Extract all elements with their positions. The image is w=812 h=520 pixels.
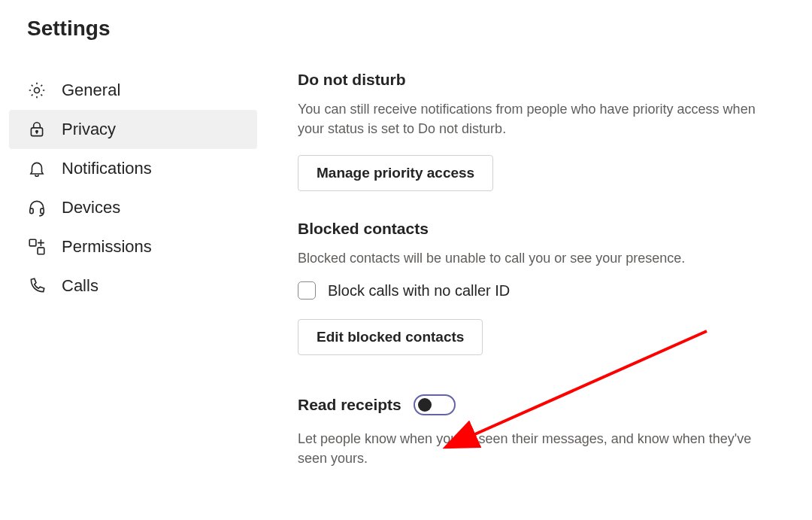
gear-icon — [27, 81, 47, 100]
sidebar-item-label: Calls — [62, 276, 98, 296]
block-no-caller-id-row: Block calls with no caller ID — [298, 281, 783, 300]
toggle-knob — [418, 398, 432, 412]
svg-point-2 — [36, 131, 38, 132]
sidebar-item-label: Notifications — [62, 159, 152, 178]
apps-icon — [27, 237, 47, 257]
headset-icon — [27, 198, 47, 217]
blocked-description: Blocked contacts will be unable to call … — [298, 248, 783, 268]
sidebar-item-privacy[interactable]: Privacy — [9, 110, 257, 149]
svg-rect-6 — [38, 248, 44, 254]
bell-icon — [27, 159, 47, 178]
manage-priority-access-button[interactable]: Manage priority access — [298, 155, 493, 191]
read-receipts-row: Read receipts — [298, 394, 783, 415]
svg-rect-4 — [41, 208, 44, 214]
settings-content: Do not disturb You can still receive not… — [257, 71, 806, 485]
sidebar-item-label: Permissions — [62, 237, 152, 257]
svg-rect-3 — [30, 208, 33, 214]
sidebar-item-notifications[interactable]: Notifications — [9, 149, 257, 188]
dnd-description: You can still receive notifications from… — [298, 99, 783, 138]
block-no-caller-id-label: Block calls with no caller ID — [328, 282, 510, 300]
settings-sidebar: General Privacy Notifications — [0, 71, 257, 306]
sidebar-item-label: Privacy — [62, 120, 116, 139]
svg-point-0 — [35, 88, 40, 93]
sidebar-item-general[interactable]: General — [9, 71, 257, 110]
read-receipts-description: Let people know when you've seen their m… — [298, 429, 783, 468]
page-title: Settings — [27, 17, 812, 41]
edit-blocked-contacts-button[interactable]: Edit blocked contacts — [298, 319, 483, 355]
lock-icon — [27, 120, 47, 139]
dnd-heading: Do not disturb — [298, 71, 783, 89]
sidebar-item-label: Devices — [62, 198, 120, 217]
block-no-caller-id-checkbox[interactable] — [298, 281, 316, 300]
sidebar-item-label: General — [62, 81, 120, 100]
read-receipts-toggle[interactable] — [414, 394, 456, 415]
read-receipts-heading: Read receipts — [298, 396, 401, 414]
sidebar-item-devices[interactable]: Devices — [9, 188, 257, 227]
blocked-heading: Blocked contacts — [298, 220, 783, 238]
phone-icon — [27, 276, 47, 296]
sidebar-item-permissions[interactable]: Permissions — [9, 227, 257, 266]
sidebar-item-calls[interactable]: Calls — [9, 266, 257, 306]
svg-rect-5 — [29, 239, 36, 246]
